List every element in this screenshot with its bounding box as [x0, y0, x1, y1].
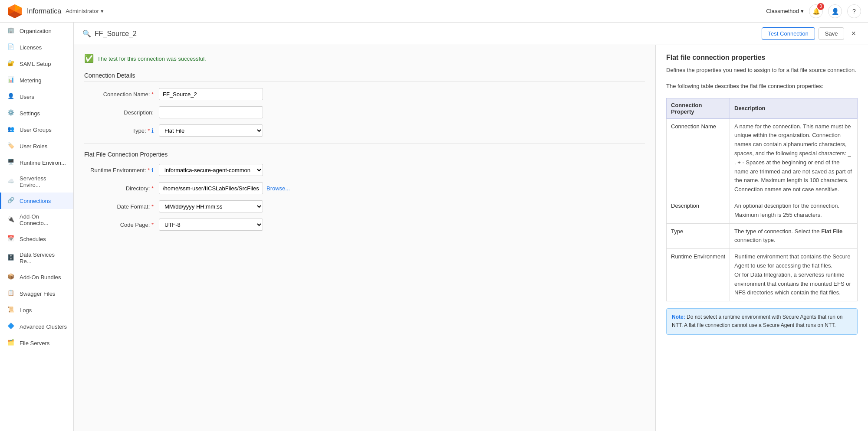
user-profile-button[interactable]: 👤 — [828, 4, 842, 18]
code-page-select[interactable]: UTF-8 — [159, 219, 263, 231]
date-format-group: Date Format: * MM/dd/yyyy HH:mm:ss — [84, 200, 645, 212]
page-title-icon: 🔍 — [82, 29, 91, 38]
runtime-env-label: Runtime Environment: * ℹ — [84, 167, 154, 173]
add-on-bundles-icon: 📦 — [7, 273, 15, 281]
code-page-label: Code Page: * — [84, 222, 154, 228]
settings-icon: ⚙️ — [7, 109, 15, 117]
help-button[interactable]: ? — [847, 4, 861, 18]
runtime-icon: 🖥️ — [7, 159, 15, 167]
main-content: 🔍 FF_Source_2 Test Connection Save × ✅ T… — [74, 23, 868, 431]
organization-icon: 🏢 — [7, 27, 15, 35]
addon-connecto-icon: 🔌 — [7, 216, 15, 224]
sidebar-item-runtime-environ[interactable]: 🖥️ Runtime Environ... — [0, 154, 73, 171]
help-title: Flat file connection properties — [666, 54, 858, 62]
type-label: Type: * ℹ — [84, 127, 154, 134]
nav-right: Classmethod ▾ 🔔 3 👤 ? — [766, 4, 861, 18]
top-nav: Informatica Administrator ▾ Classmethod … — [0, 0, 868, 23]
code-page-group: Code Page: * UTF-8 — [84, 219, 645, 231]
sidebar-item-connections[interactable]: 🔗 Connections — [0, 193, 73, 209]
help-table-row-runtime: Runtime Environment Runtime environment … — [667, 249, 858, 301]
help-table-col-description: Description — [730, 98, 858, 118]
sidebar-item-advanced-clusters[interactable]: 🔷 Advanced Clusters — [0, 318, 73, 335]
informatica-logo — [7, 3, 23, 19]
flat-file-section-title: Flat File Connection Properties — [84, 151, 645, 158]
sidebar-item-user-groups[interactable]: 👥 User Groups — [0, 121, 73, 138]
sidebar-item-add-on-connecto[interactable]: 🔌 Add-On Connecto... — [0, 209, 73, 231]
prop-connection-name: Connection Name — [667, 118, 730, 198]
page-header: 🔍 FF_Source_2 Test Connection Save × — [74, 23, 868, 45]
help-table-description: The following table describes the flat f… — [666, 82, 858, 91]
sidebar-item-user-roles[interactable]: 🏷️ User Roles — [0, 138, 73, 154]
connection-name-group: Connection Name: * — [84, 88, 645, 100]
sidebar-item-swagger-files[interactable]: 📋 Swagger Files — [0, 285, 73, 302]
sidebar-item-licenses[interactable]: 📄 Licenses — [0, 39, 73, 56]
users-icon: 👤 — [7, 93, 15, 101]
prop-runtime: Runtime Environment — [667, 249, 730, 301]
prop-description: Description — [667, 198, 730, 223]
directory-input[interactable] — [159, 182, 263, 194]
prop-type: Type — [667, 223, 730, 249]
desc-type: The type of connection. Select the Flat … — [730, 223, 858, 249]
sidebar-item-add-on-bundles[interactable]: 📦 Add-On Bundles — [0, 269, 73, 285]
sidebar: 🏢 Organization 📄 Licenses 🔐 SAML Setup 📊… — [0, 23, 74, 431]
file-servers-icon: 🗂️ — [7, 339, 15, 347]
notification-badge: 3 — [817, 3, 824, 10]
sidebar-item-saml-setup[interactable]: 🔐 SAML Setup — [0, 56, 73, 72]
notifications-button[interactable]: 🔔 3 — [809, 4, 823, 18]
org-selector[interactable]: Classmethod ▾ — [766, 8, 804, 14]
desc-connection-name: A name for the connection. This name mus… — [730, 118, 858, 198]
connection-name-input[interactable] — [159, 88, 263, 100]
user-groups-icon: 👥 — [7, 126, 15, 134]
app-name: Informatica — [27, 7, 61, 15]
nav-left: Informatica Administrator ▾ — [7, 3, 104, 19]
type-select[interactable]: Flat File — [159, 124, 263, 137]
connection-name-label: Connection Name: * — [84, 91, 154, 98]
admin-dropdown[interactable]: Administrator ▾ — [66, 8, 104, 14]
sidebar-item-metering[interactable]: 📊 Metering — [0, 72, 73, 88]
app-body: 🏢 Organization 📄 Licenses 🔐 SAML Setup 📊… — [0, 23, 868, 431]
page-header-actions: Test Connection Save × — [762, 27, 859, 40]
note-box: Note: Do not select a runtime environmen… — [666, 308, 858, 334]
help-table-row-connection-name: Connection Name A name for the connectio… — [667, 118, 858, 198]
sidebar-item-organization[interactable]: 🏢 Organization — [0, 23, 73, 39]
success-message: The test for this connection was success… — [97, 56, 206, 62]
type-group: Type: * ℹ Flat File — [84, 124, 645, 137]
sidebar-item-file-servers[interactable]: 🗂️ File Servers — [0, 335, 73, 351]
help-table-row-type: Type The type of connection. Select the … — [667, 223, 858, 249]
runtime-env-group: Runtime Environment: * ℹ informatica-sec… — [84, 164, 645, 176]
browse-button[interactable]: Browse... — [266, 185, 290, 192]
type-info-icon[interactable]: ℹ — [151, 127, 154, 134]
runtime-info-icon[interactable]: ℹ — [151, 167, 154, 173]
help-table-row-description: Description An optional description for … — [667, 198, 858, 223]
close-button[interactable]: × — [848, 27, 859, 40]
sidebar-item-data-services[interactable]: 🗄️ Data Services Re... — [0, 247, 73, 269]
desc-runtime: Runtime environment that contains the Se… — [730, 249, 858, 301]
help-properties-table: Connection Property Description Connecti… — [666, 98, 858, 302]
connection-details-title: Connection Details — [84, 72, 645, 82]
data-services-icon: 🗄️ — [7, 254, 15, 262]
logs-icon: 📜 — [7, 306, 15, 314]
metering-icon: 📊 — [7, 76, 15, 84]
sidebar-item-settings[interactable]: ⚙️ Settings — [0, 105, 73, 121]
date-format-select[interactable]: MM/dd/yyyy HH:mm:ss — [159, 200, 263, 212]
runtime-env-select[interactable]: informatica-secure-agent-common — [159, 164, 263, 176]
section-divider — [84, 144, 645, 144]
description-input[interactable] — [159, 106, 263, 118]
help-table-col-property: Connection Property — [667, 98, 730, 118]
sidebar-item-users[interactable]: 👤 Users — [0, 88, 73, 105]
page-title: FF_Source_2 — [95, 30, 137, 38]
advanced-clusters-icon: 🔷 — [7, 323, 15, 330]
help-description: Defines the properties you need to assig… — [666, 66, 858, 75]
page-header-left: 🔍 FF_Source_2 — [82, 29, 137, 38]
test-connection-button[interactable]: Test Connection — [762, 27, 815, 40]
user-roles-icon: 🏷️ — [7, 142, 15, 150]
sidebar-item-schedules[interactable]: 📅 Schedules — [0, 231, 73, 247]
save-button[interactable]: Save — [819, 27, 845, 40]
sidebar-item-serverless-enviro[interactable]: ☁️ Serverless Enviro... — [0, 171, 73, 193]
serverless-icon: ☁️ — [7, 178, 15, 186]
swagger-icon: 📋 — [7, 290, 15, 297]
sidebar-item-logs[interactable]: 📜 Logs — [0, 302, 73, 318]
form-panel: ✅ The test for this connection was succe… — [74, 45, 655, 431]
directory-label: Directory: * — [84, 185, 154, 192]
description-group: Description: — [84, 106, 645, 118]
